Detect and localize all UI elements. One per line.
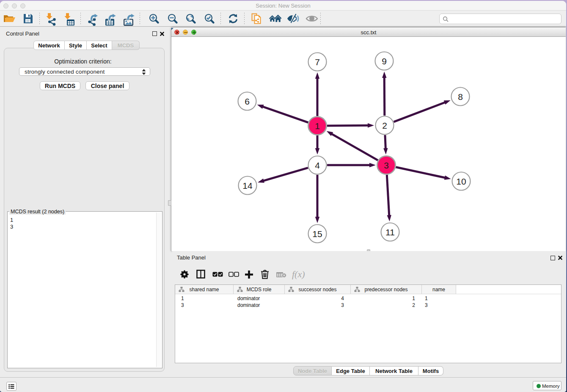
svg-text:4: 4: [315, 160, 320, 170]
svg-text:10: 10: [456, 177, 466, 186]
svg-text:9: 9: [382, 56, 387, 66]
svg-text:14: 14: [242, 181, 253, 190]
svg-text:6: 6: [245, 97, 250, 106]
svg-text:8: 8: [458, 92, 463, 102]
svg-text:3: 3: [384, 160, 389, 170]
svg-text:1: 1: [315, 121, 320, 131]
svg-text:11: 11: [385, 227, 395, 237]
svg-text:7: 7: [315, 57, 320, 67]
svg-text:15: 15: [312, 229, 322, 239]
svg-text:2: 2: [382, 121, 387, 130]
